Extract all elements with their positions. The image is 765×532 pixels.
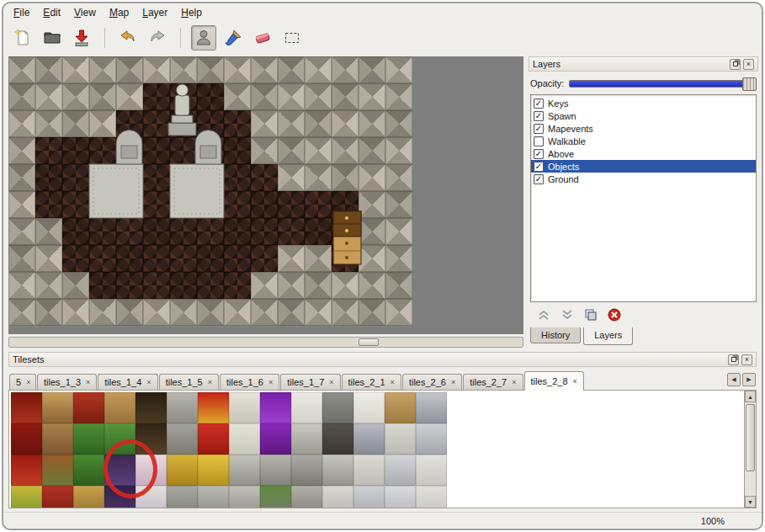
tab-close-icon[interactable]: × <box>451 378 455 386</box>
map-tile[interactable] <box>8 191 35 218</box>
map-tile[interactable] <box>62 191 89 218</box>
menu-item-view[interactable]: View <box>74 7 96 19</box>
layer-row-spawn[interactable]: ✓Spawn <box>531 109 756 122</box>
tileset-tile[interactable] <box>198 486 229 508</box>
map-tile[interactable] <box>143 110 170 137</box>
tileset-tile[interactable] <box>385 486 416 508</box>
map-tile[interactable] <box>35 110 62 137</box>
map-tile[interactable] <box>35 191 62 218</box>
tileset-tile[interactable] <box>11 455 42 486</box>
map-tile[interactable] <box>62 299 89 326</box>
map-tile[interactable] <box>385 164 412 191</box>
map-tile[interactable] <box>197 164 224 191</box>
map-tile[interactable] <box>143 245 170 272</box>
map-tile[interactable] <box>251 83 278 110</box>
map-tile[interactable] <box>197 218 224 245</box>
tileset-tab-tiles_1_3[interactable]: tiles_1_3× <box>37 374 97 390</box>
opacity-slider[interactable] <box>569 80 757 88</box>
map-tile[interactable] <box>224 191 251 218</box>
tileset-tile[interactable] <box>229 392 260 423</box>
map-tile[interactable] <box>62 272 89 299</box>
map-tile[interactable] <box>332 83 359 110</box>
map-tile[interactable] <box>8 137 35 164</box>
map-tile[interactable] <box>170 299 197 326</box>
opacity-slider-handle[interactable] <box>742 77 757 91</box>
tileset-tab-tiles_2_7[interactable]: tiles_2_7× <box>463 374 523 390</box>
layer-row-objects[interactable]: ✓Objects <box>531 160 756 173</box>
map-tile[interactable] <box>197 272 224 299</box>
map-tile[interactable] <box>278 56 305 83</box>
scroll-down-button[interactable]: ▼ <box>745 496 756 508</box>
map-tile[interactable] <box>385 110 412 137</box>
map-tile[interactable] <box>62 137 89 164</box>
map-tile[interactable] <box>143 83 170 110</box>
layer-visibility-checkbox[interactable] <box>534 136 544 146</box>
map-tile[interactable] <box>89 110 116 137</box>
map-tile[interactable] <box>359 218 385 245</box>
delete-layer-button[interactable] <box>608 308 621 322</box>
map-tile[interactable] <box>89 299 116 326</box>
map-tile[interactable] <box>224 272 251 299</box>
map-tile[interactable] <box>197 191 224 218</box>
map-tile[interactable] <box>251 245 278 272</box>
map-tile[interactable] <box>332 56 359 83</box>
tileset-tile[interactable] <box>260 455 291 486</box>
map-tile[interactable] <box>278 164 305 191</box>
map-tile[interactable] <box>197 56 224 83</box>
float-panel-button[interactable] <box>730 59 741 70</box>
map-tile[interactable] <box>89 218 116 245</box>
tab-close-icon[interactable]: × <box>329 378 333 386</box>
map-tile[interactable] <box>116 83 143 110</box>
layer-visibility-checkbox[interactable]: ✓ <box>534 124 544 134</box>
map-tile[interactable] <box>305 299 332 326</box>
map-tile[interactable] <box>8 245 35 272</box>
map-tile[interactable] <box>116 218 143 245</box>
map-tile[interactable] <box>332 137 359 164</box>
map-tile[interactable] <box>197 110 224 137</box>
layer-row-above[interactable]: ✓Above <box>531 147 756 160</box>
tileset-tile[interactable] <box>260 486 291 508</box>
map-horizontal-scrollbar[interactable] <box>8 337 523 348</box>
tileset-tile[interactable] <box>229 486 260 508</box>
tileset-vertical-scrollbar[interactable]: ▲ ▼ <box>744 391 756 508</box>
move-layer-up-button[interactable] <box>537 308 550 322</box>
tileset-tile[interactable] <box>135 392 167 423</box>
map-tile[interactable] <box>89 56 116 83</box>
map-tile[interactable] <box>332 191 359 218</box>
map-tile[interactable] <box>305 272 332 299</box>
map-canvas[interactable] <box>8 56 523 334</box>
undo-button[interactable] <box>115 25 141 51</box>
map-tile[interactable] <box>332 164 359 191</box>
map-tile[interactable] <box>278 245 305 272</box>
tileset-tile[interactable] <box>322 423 353 455</box>
map-tile[interactable] <box>305 56 332 83</box>
map-tile[interactable] <box>8 299 35 326</box>
tab-layers[interactable]: Layers <box>583 327 633 345</box>
menu-item-file[interactable]: File <box>13 7 29 19</box>
map-tile[interactable] <box>197 299 224 326</box>
tileset-tile[interactable] <box>42 423 73 455</box>
tabs-scroll-right-button[interactable]: ▶ <box>742 373 756 386</box>
map-tile[interactable] <box>251 299 278 326</box>
tileset-tab-tiles_2_6[interactable]: tiles_2_6× <box>402 374 462 390</box>
map-tile[interactable] <box>116 245 143 272</box>
tileset-tile[interactable] <box>229 455 260 486</box>
tileset-tab-tiles_1_5[interactable]: tiles_1_5× <box>159 374 219 390</box>
map-tile[interactable] <box>35 245 62 272</box>
tileset-tile[interactable] <box>73 392 104 423</box>
map-tile[interactable] <box>305 83 332 110</box>
map-tile[interactable] <box>62 164 89 191</box>
map-tile[interactable] <box>224 164 251 191</box>
tileset-tile[interactable] <box>104 486 135 508</box>
map-tile[interactable] <box>170 218 197 245</box>
layer-visibility-checkbox[interactable]: ✓ <box>534 111 544 121</box>
tileset-tile[interactable] <box>73 423 104 455</box>
menu-item-layer[interactable]: Layer <box>142 7 167 19</box>
map-tile[interactable] <box>143 137 170 164</box>
map-tile[interactable] <box>278 218 305 245</box>
map-tile[interactable] <box>62 56 89 83</box>
map-tile[interactable] <box>224 110 251 137</box>
map-tile[interactable] <box>170 83 197 110</box>
tab-close-icon[interactable]: × <box>86 378 90 386</box>
paint-tool-button[interactable] <box>220 25 246 51</box>
